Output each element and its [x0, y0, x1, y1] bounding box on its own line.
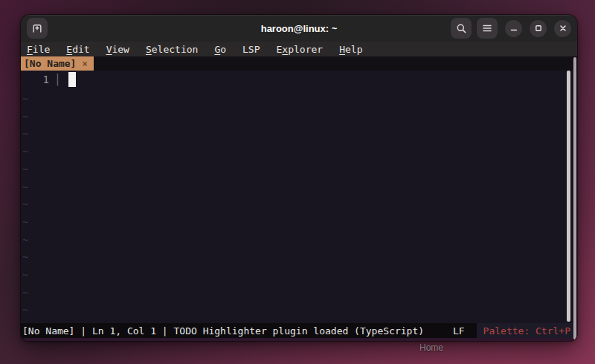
tab-no-name[interactable]: [No Name] ×	[21, 56, 94, 71]
close-icon	[559, 25, 567, 32]
search-button[interactable]	[451, 18, 472, 39]
menu-item-help[interactable]: Help	[339, 44, 362, 55]
tab-bar: [No Name] ×	[21, 56, 577, 71]
editor-line-1: 1 │	[21, 71, 577, 88]
menu-item-selection[interactable]: Selection	[146, 44, 198, 55]
new-tab-icon	[31, 22, 43, 34]
menu-bar: FileEditViewSelectionGoLSPExplorerHelp	[21, 42, 577, 56]
hamburger-menu-button[interactable]	[477, 18, 498, 39]
menu-item-edit[interactable]: Edit	[66, 44, 89, 55]
tilde-row: ~	[22, 248, 28, 266]
menu-item-lsp[interactable]: LSP	[242, 44, 260, 55]
menu-item-view[interactable]: View	[106, 44, 129, 55]
desktop-icon-home-label[interactable]: Home	[402, 342, 461, 353]
close-button[interactable]	[554, 20, 571, 37]
menu-item-explorer[interactable]: Explorer	[277, 44, 324, 55]
empty-line-tildes: ~~~~~~~~~~~~~	[22, 90, 28, 319]
window-bottom-edge	[21, 338, 577, 341]
tab-close-icon[interactable]: ×	[82, 59, 87, 69]
terminal-scrollbar[interactable]	[573, 57, 576, 339]
text-cursor	[68, 72, 76, 87]
tilde-row: ~	[22, 231, 28, 249]
tilde-row: ~	[22, 143, 28, 160]
editor-scrollbar[interactable]	[567, 71, 570, 322]
tilde-row: ~	[22, 266, 28, 284]
tab-label: [No Name]	[24, 58, 76, 69]
minimize-icon	[510, 25, 518, 32]
tilde-row: ~	[22, 213, 28, 231]
gutter-separator: │	[49, 74, 60, 85]
minimize-button[interactable]	[505, 20, 522, 37]
status-palette-hint[interactable]: Palette: Ctrl+P	[477, 323, 577, 338]
tilde-row: ~	[22, 178, 28, 196]
tilde-row: ~	[22, 195, 28, 213]
tilde-row: ~	[22, 108, 28, 126]
maximize-button[interactable]	[530, 20, 547, 37]
tilde-row: ~	[22, 160, 28, 178]
titlebar: haroon@linux: ~	[21, 15, 577, 42]
hamburger-icon	[482, 24, 492, 33]
maximize-icon	[535, 25, 542, 32]
editor-area[interactable]: 1 │ ~~~~~~~~~~~~~	[21, 71, 577, 323]
line-number: 1	[21, 74, 49, 85]
tilde-row: ~	[22, 90, 28, 108]
tilde-row: ~	[22, 125, 28, 143]
desktop-background: Home haroon@linux: ~	[0, 0, 595, 364]
tilde-row: ~	[22, 284, 28, 302]
status-bar: [No Name] | Ln 1, Col 1 | TODO Highlight…	[21, 323, 577, 338]
new-tab-button[interactable]	[27, 18, 48, 39]
search-icon	[456, 23, 467, 34]
terminal-window: haroon@linux: ~	[21, 15, 577, 341]
menu-item-go[interactable]: Go	[214, 44, 226, 55]
tilde-row: ~	[22, 301, 28, 319]
status-line-ending: LF	[453, 325, 477, 337]
menu-item-file[interactable]: File	[27, 44, 50, 55]
status-file-position: [No Name] | Ln 1, Col 1 | TODO Highlight…	[21, 325, 453, 337]
